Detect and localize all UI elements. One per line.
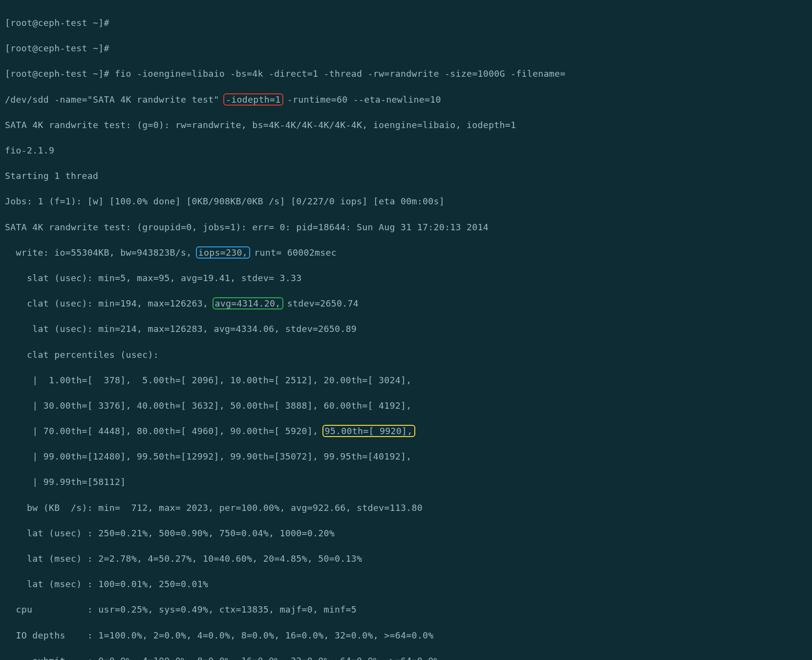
highlight-clat-avg: avg=4314.20, <box>213 297 283 309</box>
output-lat: lat (usec): min=214, max=126283, avg=433… <box>5 323 807 335</box>
shell-prompt-text: [root@ceph-test ~]# <box>5 68 115 79</box>
write-post: runt= 60002msec <box>249 247 337 258</box>
output-slat: slat (usec): min=5, max=95, avg=19.41, s… <box>5 272 807 285</box>
output-job-header: SATA 4K randwrite test: (groupid=0, jobs… <box>5 221 807 234</box>
highlight-p95: 95.00th=[ 9920], <box>322 425 415 437</box>
command-line[interactable]: /dev/sdd -name="SATA 4K randwrite test" … <box>5 93 807 106</box>
output-io-depths: IO depths : 1=100.0%, 2=0.0%, 4=0.0%, 8=… <box>5 629 807 642</box>
output-submit: submit : 0=0.0%, 4=100.0%, 8=0.0%, 16=0.… <box>5 655 807 660</box>
output-fio-version: fio-2.1.9 <box>5 144 807 157</box>
output-lat-msec: lat (msec) : 100=0.01%, 250=0.01% <box>5 578 807 591</box>
command-text-part1: fio -ioengine=libaio -bs=4k -direct=1 -t… <box>115 68 565 79</box>
output-bw: bw (KB /s): min= 712, max= 2023, per=100… <box>5 502 807 514</box>
output-starting: Starting 1 thread <box>5 170 807 182</box>
output-percentile-row: | 1.00th=[ 378], 5.00th=[ 2096], 10.00th… <box>5 374 807 387</box>
output-percentile-row: | 99.99th=[58112] <box>5 476 807 488</box>
command-text-part2: /dev/sdd -name="SATA 4K randwrite test" <box>5 94 225 105</box>
highlight-iops: iops=230, <box>196 246 250 259</box>
output-percentile-row: | 99.00th=[12480], 99.50th=[12992], 99.9… <box>5 450 807 463</box>
terminal-output: [root@ceph-test ~]# [root@ceph-test ~]# … <box>0 0 812 660</box>
output-job-definition: SATA 4K randwrite test: (g=0): rw=randwr… <box>5 119 807 132</box>
highlight-iodepth-flag: -iodepth=1 <box>223 93 283 106</box>
command-text-part3: -runtime=60 --eta-newline=10 <box>282 94 441 105</box>
pct3-pre: | 70.00th=[ 4448], 80.00th=[ 4960], 90.0… <box>5 426 324 436</box>
output-lat-usec: lat (usec) : 250=0.21%, 500=0.90%, 750=0… <box>5 527 807 540</box>
output-cpu: cpu : usr=0.25%, sys=0.49%, ctx=13835, m… <box>5 603 807 616</box>
output-percentiles-header: clat percentiles (usec): <box>5 349 807 361</box>
clat-pre: clat (usec): min=194, max=126263, <box>5 298 214 308</box>
output-percentile-row: | 70.00th=[ 4448], 80.00th=[ 4960], 90.0… <box>5 425 807 438</box>
write-pre: write: io=55304KB, bw=943823B/s, <box>5 247 197 258</box>
command-line[interactable]: [root@ceph-test ~]# fio -ioengine=libaio… <box>5 67 807 80</box>
shell-prompt[interactable]: [root@ceph-test ~]# <box>5 42 807 55</box>
clat-post: stdev=2650.74 <box>282 298 359 308</box>
output-clat: clat (usec): min=194, max=126263, avg=43… <box>5 297 807 310</box>
output-percentile-row: | 30.00th=[ 3376], 40.00th=[ 3632], 50.0… <box>5 399 807 412</box>
output-jobs-progress: Jobs: 1 (f=1): [w] [100.0% done] [0KB/90… <box>5 195 807 208</box>
shell-prompt[interactable]: [root@ceph-test ~]# <box>5 17 807 29</box>
output-lat-msec: lat (msec) : 2=2.78%, 4=50.27%, 10=40.60… <box>5 552 807 565</box>
output-write-summary: write: io=55304KB, bw=943823B/s, iops=23… <box>5 246 807 259</box>
